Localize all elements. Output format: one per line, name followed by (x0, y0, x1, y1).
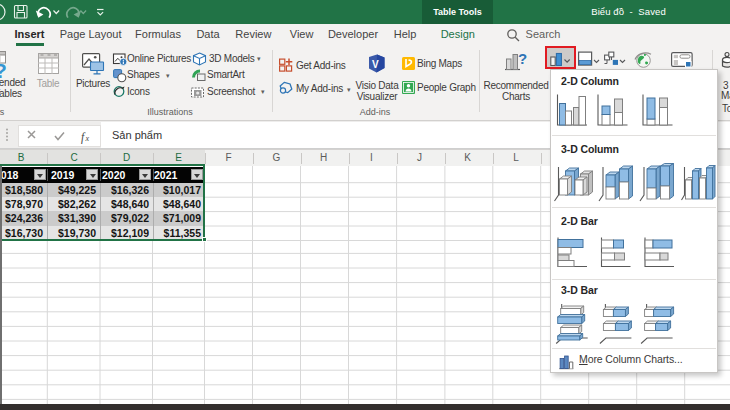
svg-text:?: ? (0, 58, 7, 81)
svg-text:x: x (85, 134, 90, 143)
svg-text:?: ? (518, 50, 527, 67)
svg-text:V: V (372, 58, 379, 69)
